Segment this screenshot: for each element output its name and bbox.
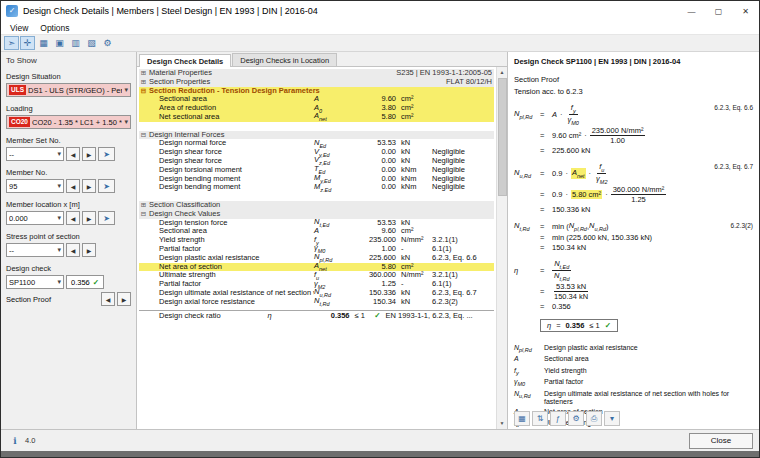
menu-view[interactable]: View <box>4 22 34 34</box>
equals-sign: = <box>540 287 552 296</box>
design-check-select[interactable]: SP1100 ▾ <box>6 275 64 289</box>
design-check-next-button[interactable]: ▶ <box>117 292 131 306</box>
tree-toggle-icon[interactable]: ⊞ <box>139 201 148 210</box>
formula-nt-rd: Nt,Rd = min (Npl,Rd, Nu,Rd) 6.2.3(2) = m… <box>514 221 753 252</box>
row-comment: S235 | EN 1993-1-1:2005-05 <box>394 69 492 78</box>
table-row: Design bending moment Mz,Ed 0.00 kNm Neg… <box>139 183 494 192</box>
vertical-scrollbar[interactable]: ▲ ▼ <box>496 67 507 429</box>
highlighted-value: 5.80 cm² <box>571 190 602 199</box>
legend-item: A Sectional area <box>514 355 753 365</box>
member-location-select[interactable]: 0.000 ▾ <box>6 211 64 225</box>
tab-design-checks-in-location[interactable]: Design Checks in Location <box>232 53 337 66</box>
tree-toggle-icon[interactable]: ⊟ <box>139 87 148 96</box>
member-set-next-button[interactable]: ▶ <box>82 147 96 161</box>
tab-design-check-details[interactable]: Design Check Details <box>139 54 231 67</box>
member-location-pick-button[interactable]: ➤ <box>98 211 115 225</box>
member-no-next-button[interactable]: ▶ <box>82 179 96 193</box>
diagram-icon[interactable]: ▧ <box>84 36 99 50</box>
row-label: Design shear force <box>148 157 314 166</box>
multiply-dot: · <box>565 190 568 199</box>
symbol-sub: u,Rd <box>519 173 531 179</box>
display-options-icon[interactable]: ▦ <box>514 411 530 426</box>
equals-sign: = <box>540 110 552 119</box>
design-check-code: SP1100 <box>9 278 55 287</box>
member-set-pick-button[interactable]: ➤ <box>98 147 115 161</box>
formula-value: 0.9 <box>552 190 562 199</box>
ratio-symbol: η <box>268 312 306 321</box>
member-set-prev-button[interactable]: ◀ <box>66 147 80 161</box>
member-no-pick-button[interactable]: ➤ <box>98 179 115 193</box>
check-icon: ✓ <box>605 321 611 330</box>
stress-point-prev-button[interactable]: ◀ <box>66 243 80 257</box>
sort-icon[interactable]: ⇅ <box>532 411 548 426</box>
legend-description: Yield strength <box>544 367 753 377</box>
symbol-sub: pl,Rd <box>519 347 532 353</box>
scrollbar-thumb[interactable] <box>498 78 507 196</box>
check-icon: ✓ <box>372 312 384 321</box>
legend-item: γM0 Partial factor <box>514 378 753 388</box>
close-window-button[interactable]: ✕ <box>732 1 759 21</box>
settings-icon[interactable]: ⚙ <box>100 36 115 50</box>
tree-toggle-icon[interactable]: ⊟ <box>139 210 148 219</box>
tree-toggle-icon[interactable]: ⊟ <box>139 131 148 140</box>
formula-result: 0.356 <box>552 302 571 311</box>
pointer-icon[interactable]: ➣ <box>4 36 19 50</box>
design-check-table: ⊞ Material Properties S235 | EN 1993-1-1… <box>137 67 507 429</box>
close-button[interactable]: Close <box>689 433 753 449</box>
member-no-prev-button[interactable]: ◀ <box>66 179 80 193</box>
member-location-prev-button[interactable]: ◀ <box>66 211 80 225</box>
stress-point-next-button[interactable]: ▶ <box>82 243 96 257</box>
symbol-sub: u,Rd <box>519 393 531 399</box>
member-location-next-button[interactable]: ▶ <box>82 211 96 225</box>
highlighted-term: Anet <box>571 168 586 179</box>
legend-description: Partial factor <box>544 378 753 388</box>
equals-sign: = <box>540 169 552 178</box>
formula-lhs: Nu,Rd <box>514 168 540 179</box>
scroll-down-icon[interactable]: ▼ <box>497 418 508 429</box>
tree-toggle-icon[interactable]: ⊞ <box>139 78 148 87</box>
section-icon[interactable]: ▣ <box>52 36 67 50</box>
design-situation-label: Design Situation <box>6 72 131 81</box>
equals-sign: = <box>540 266 552 275</box>
units-icon[interactable]: ⚙ <box>568 411 584 426</box>
window-title: Design Check Details | Members | Steel D… <box>23 6 318 16</box>
details-panel: Design Check Details Design Checks in Lo… <box>137 52 507 429</box>
tree-toggle-icon[interactable]: ⊞ <box>139 69 148 78</box>
formula-nu-rd: Nu,Rd = 0.9 · Anet · fu γM2 6.2.3, Eq. 6… <box>514 162 753 214</box>
window-controls: — ▢ ✕ <box>678 1 759 21</box>
loading-select[interactable]: CO20 CO20 - 1.35 * LC1 + 1.50 * LC... ▾ <box>6 115 131 129</box>
fraction: 53.53 kN 150.34 kN <box>552 282 590 301</box>
design-situation-select[interactable]: ULS DS1 - ULS (STR/GEO) - Perm... ▾ <box>6 83 131 97</box>
info-icon[interactable]: ℹ <box>7 433 23 448</box>
formula-icon[interactable]: ƒ <box>550 411 566 426</box>
formula-value: 1.00 <box>608 136 627 145</box>
design-check-details-window: ✓ Design Check Details | Members | Steel… <box>0 0 760 458</box>
member-no-select[interactable]: 95 ▾ <box>6 179 64 193</box>
formula-value: 150.34 kN <box>552 292 590 301</box>
formula-result: 150.34 kN <box>552 243 586 252</box>
crosshair-icon[interactable]: ✛ <box>20 36 35 50</box>
final-check-box: η = 0.356 ≤ 1 ✓ <box>540 319 618 332</box>
print-menu-chevron-icon[interactable]: ▾ <box>604 411 620 426</box>
scroll-up-icon[interactable]: ▲ <box>497 67 508 78</box>
row-label: Design tension force <box>148 219 314 228</box>
row-label: Design axial force resistance <box>148 298 314 307</box>
minimize-button[interactable]: — <box>678 1 705 21</box>
menu-options[interactable]: Options <box>34 22 75 34</box>
code-reference: 6.2.3, Eq. 6.6 <box>714 104 753 111</box>
maximize-button[interactable]: ▢ <box>705 1 732 21</box>
formula-value: 9.60 cm² <box>552 131 581 140</box>
legend-symbol: fy <box>514 367 544 377</box>
chevron-down-icon: ▾ <box>124 86 128 94</box>
stress-point-select[interactable]: -- ▾ <box>6 243 64 257</box>
ratio-label: Design check ratio <box>148 312 268 321</box>
row-label: Sectional area <box>148 227 314 236</box>
design-check-prev-button[interactable]: ◀ <box>101 292 115 306</box>
values-icon[interactable]: ▥ <box>68 36 83 50</box>
symbol-base: η <box>268 311 272 320</box>
member-set-select[interactable]: -- ▾ <box>6 147 64 161</box>
legend-description: Sectional area <box>544 355 753 365</box>
table-icon[interactable]: ▦ <box>36 36 51 50</box>
print-icon[interactable]: ⎙ <box>586 411 602 426</box>
multiply-dot: · <box>560 110 563 119</box>
